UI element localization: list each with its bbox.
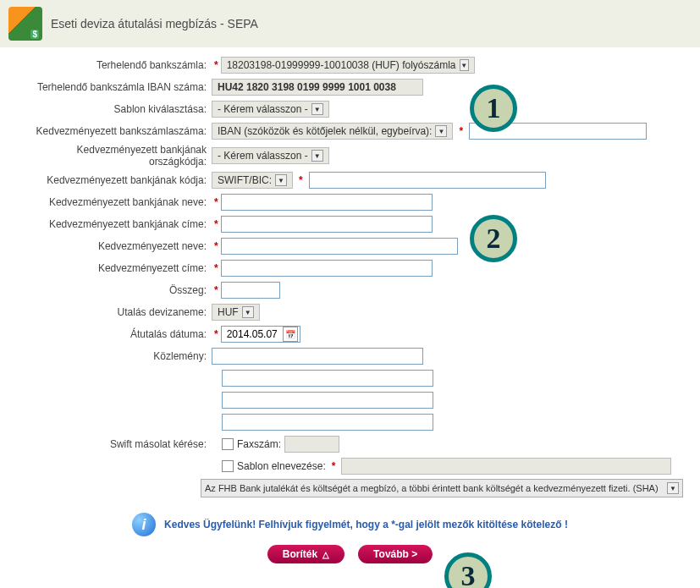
disclaimer: A megbízás megadása előtt annak költsége… [0, 582, 700, 588]
chevron-down-icon: ▼ [667, 482, 679, 494]
label-remark: Közlemény: [17, 350, 212, 362]
info-message: i Kedves Ügyfelünk! Felhívjuk figyelmét,… [17, 513, 683, 536]
required-marker: * [299, 174, 303, 186]
triangle-up-icon: △ [322, 550, 329, 559]
label-swift-copy: Swift másolat kérése: [17, 438, 212, 450]
transfer-date-picker[interactable]: 📅 [221, 326, 300, 343]
debit-iban-display: HU42 1820 3198 0199 9999 1001 0038 [212, 79, 423, 96]
transfer-date-input[interactable] [223, 327, 283, 341]
page-title: Eseti deviza átutalási megbízás - SEPA [51, 17, 258, 30]
label-date: Átutalás dátuma: [17, 328, 212, 340]
label-amount: Összeg: [17, 284, 212, 296]
chevron-down-icon: ▼ [311, 103, 323, 115]
bene-account-type-select[interactable]: IBAN (szóközök és kötőjelek nélkül, egyb… [212, 123, 453, 140]
info-text: Kedves Ügyfelünk! Felhívjuk figyelmét, h… [164, 519, 568, 530]
chevron-down-icon: ▼ [435, 125, 447, 137]
bene-addr-input[interactable] [221, 260, 433, 277]
chevron-down-icon: ▼ [311, 150, 323, 162]
label-bene-bank-code: Kedvezményezett bankjának kódja: [17, 174, 212, 186]
label-bene-bank-name: Kedvezményezett bankjának neve: [17, 196, 212, 208]
label-currency: Utalás devizaneme: [17, 306, 212, 318]
label-debit-account: Terhelendő bankszámla: [17, 59, 212, 71]
fax-checkbox[interactable] [222, 438, 234, 450]
fax-label: Faxszám: [237, 438, 281, 450]
remark-input-3[interactable] [222, 392, 433, 409]
callout-2: 2 [470, 215, 517, 262]
bene-bank-country-select[interactable]: - Kérem válasszon - ▼ [212, 147, 329, 164]
envelope-button[interactable]: Boríték△ [267, 545, 344, 563]
form-area: 1 2 Terhelendő bankszámla: * 18203198-01… [0, 47, 700, 582]
required-marker: * [214, 218, 218, 230]
save-template-label: Sablon elnevezése: [237, 460, 326, 472]
chevron-down-icon: ▼ [275, 174, 287, 186]
chevron-down-icon: ▼ [242, 306, 254, 318]
info-icon: i [132, 513, 156, 536]
required-marker: * [459, 125, 463, 137]
remark-input-2[interactable] [222, 370, 433, 387]
save-template-checkbox[interactable] [222, 460, 234, 472]
required-marker: * [214, 196, 218, 208]
remark-input-1[interactable] [212, 348, 423, 365]
label-iban: Terhelendő bankszámla IBAN száma: [17, 81, 212, 93]
label-bene-addr: Kedvezményezett címe: [17, 262, 212, 274]
swift-bic-input[interactable] [309, 172, 546, 189]
page-header: Eseti deviza átutalási megbízás - SEPA [0, 0, 700, 47]
required-marker: * [214, 59, 218, 71]
required-marker: * [214, 240, 218, 252]
label-template: Sablon kiválasztása: [17, 103, 212, 115]
bene-bank-name-input[interactable] [221, 194, 433, 211]
bene-name-input[interactable] [221, 238, 458, 255]
callout-1: 1 [470, 85, 517, 132]
debit-account-select[interactable]: 18203198-01999999-10010038 (HUF) folyósz… [221, 57, 475, 74]
remark-input-4[interactable] [222, 414, 433, 431]
transfer-icon [8, 7, 42, 41]
swift-bic-select[interactable]: SWIFT/BIC: ▼ [212, 172, 293, 189]
required-marker: * [214, 262, 218, 274]
required-marker: * [214, 328, 218, 340]
calendar-icon[interactable]: 📅 [283, 327, 298, 342]
bene-bank-addr-input[interactable] [221, 216, 433, 233]
label-bene-bank-country: Kedvezményezett bankjának országkódja: [17, 144, 212, 168]
chevron-down-icon: ▼ [460, 59, 469, 71]
cost-bearing-value: Az FHB Bank jutalékát és költségét a meg… [205, 483, 659, 493]
debit-account-value: 18203198-01999999-10010038 (HUF) folyósz… [227, 59, 456, 71]
template-name-input[interactable] [341, 458, 671, 475]
label-bene-account: Kedvezményezett bankszámlaszáma: [17, 125, 212, 137]
button-bar: Boríték△ Tovább > [17, 545, 683, 563]
next-button[interactable]: Tovább > [358, 545, 433, 563]
label-bene-bank-addr: Kedvezményezett bankjának címe: [17, 218, 212, 230]
fax-input[interactable] [284, 436, 339, 453]
amount-input[interactable] [221, 282, 280, 299]
label-bene-name: Kedvezményezett neve: [17, 240, 212, 252]
required-marker: * [214, 284, 218, 296]
required-marker: * [332, 460, 336, 472]
currency-select[interactable]: HUF ▼ [212, 304, 260, 321]
template-select[interactable]: - Kérem válasszon - ▼ [212, 101, 329, 118]
cost-bearing-select[interactable]: Az FHB Bank jutalékát és költségét a meg… [201, 479, 683, 497]
